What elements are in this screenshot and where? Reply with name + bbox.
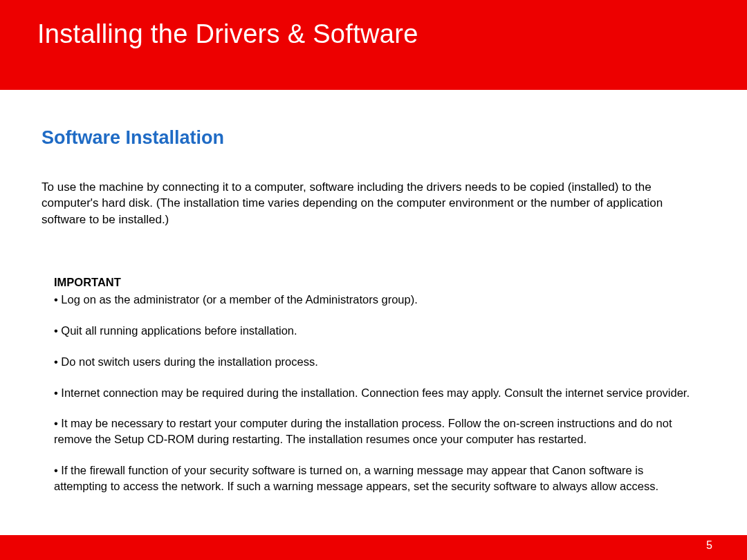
list-item: • Internet connection may be required du…: [54, 385, 693, 401]
list-item: • It may be necessary to restart your co…: [54, 416, 693, 447]
section-heading: Software Installation: [42, 127, 706, 149]
important-block: IMPORTANT • Log on as the administrator …: [42, 276, 706, 494]
header-band: Installing the Drivers & Software: [0, 0, 747, 90]
list-item: • Log on as the administrator (or a memb…: [54, 292, 693, 308]
list-item: • Quit all running applications before i…: [54, 323, 693, 339]
intro-paragraph: To use the machine by connecting it to a…: [42, 179, 706, 227]
list-item: • If the firewall function of your secur…: [54, 463, 693, 494]
list-item: • Do not switch users during the install…: [54, 354, 693, 370]
page-title: Installing the Drivers & Software: [37, 19, 747, 49]
page-number: 5: [706, 539, 712, 552]
footer-band: 5: [0, 535, 747, 560]
content-area: Software Installation To use the machine…: [0, 90, 747, 494]
important-label: IMPORTANT: [54, 276, 693, 289]
